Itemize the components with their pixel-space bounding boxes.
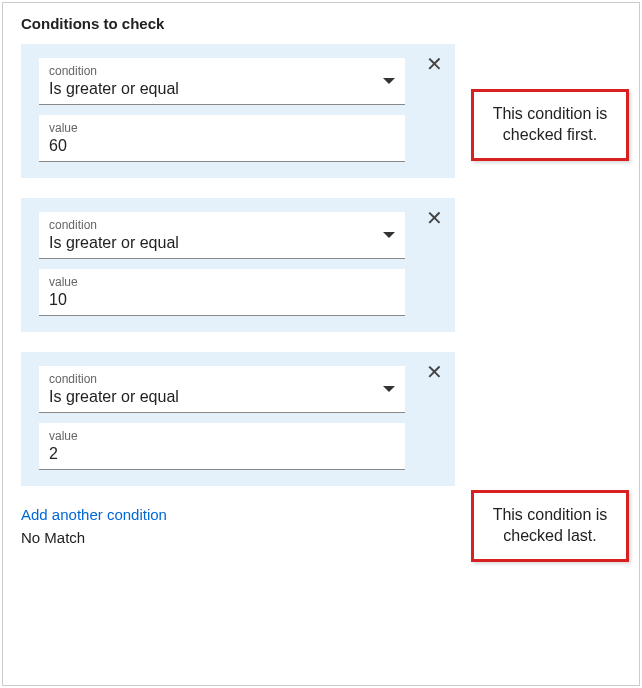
field-value: Is greater or equal <box>49 234 395 252</box>
chevron-down-icon <box>383 386 395 392</box>
value-input[interactable]: value 60 <box>39 115 405 162</box>
condition-card: ✕ condition Is greater or equal value 10 <box>21 198 455 332</box>
field-label: value <box>49 275 395 289</box>
field-label: condition <box>49 372 395 386</box>
conditions-panel: Conditions to check ✕ condition Is great… <box>2 2 640 686</box>
field-value: 10 <box>49 291 395 309</box>
condition-dropdown[interactable]: condition Is greater or equal <box>39 366 405 413</box>
field-value: 2 <box>49 445 395 463</box>
value-input[interactable]: value 10 <box>39 269 405 316</box>
value-input[interactable]: value 2 <box>39 423 405 470</box>
close-icon[interactable]: ✕ <box>426 54 443 74</box>
condition-dropdown[interactable]: condition Is greater or equal <box>39 212 405 259</box>
condition-dropdown[interactable]: condition Is greater or equal <box>39 58 405 105</box>
chevron-down-icon <box>383 232 395 238</box>
field-label: value <box>49 429 395 443</box>
annotation-last: This condition is checked last. <box>471 490 629 562</box>
panel-title: Conditions to check <box>21 15 621 32</box>
field-label: condition <box>49 218 395 232</box>
close-icon[interactable]: ✕ <box>426 208 443 228</box>
field-label: value <box>49 121 395 135</box>
condition-card: ✕ condition Is greater or equal value 2 <box>21 352 455 486</box>
condition-card: ✕ condition Is greater or equal value 60 <box>21 44 455 178</box>
annotation-first: This condition is checked first. <box>471 89 629 161</box>
field-label: condition <box>49 64 395 78</box>
conditions-list: ✕ condition Is greater or equal value 60… <box>21 44 455 486</box>
chevron-down-icon <box>383 78 395 84</box>
field-value: Is greater or equal <box>49 388 395 406</box>
close-icon[interactable]: ✕ <box>426 362 443 382</box>
field-value: 60 <box>49 137 395 155</box>
field-value: Is greater or equal <box>49 80 395 98</box>
